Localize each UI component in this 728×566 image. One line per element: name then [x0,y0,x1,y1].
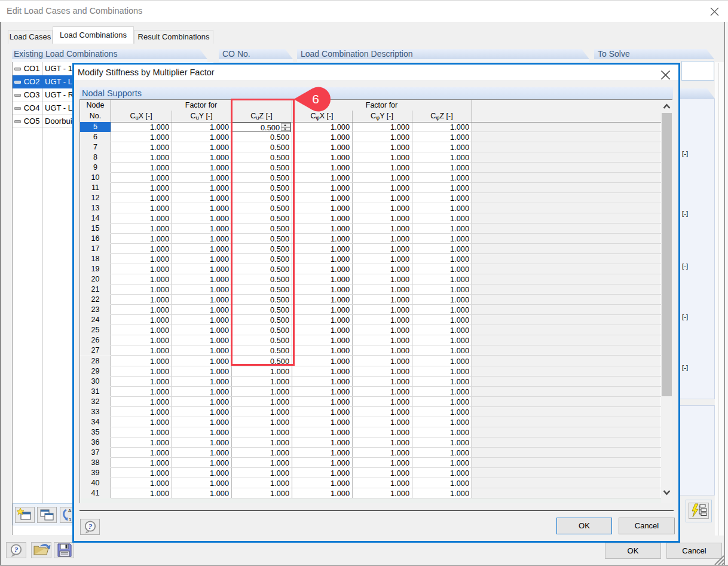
svg-text:?: ? [14,545,19,554]
svg-text:1: 1 [69,517,72,522]
svg-text:A: A [68,508,72,513]
svg-text:?: ? [88,522,93,531]
